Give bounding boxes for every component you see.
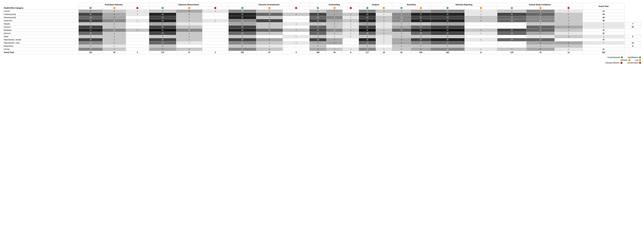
table-cell: 13: [526, 13, 554, 16]
table-cell: 3: [411, 44, 431, 48]
grand-total-label: Grand Total: [3, 51, 79, 54]
table-cell: 10: [103, 28, 126, 32]
table-cell: 10: [430, 48, 464, 51]
table-cell: 5: [554, 28, 582, 32]
table-cell: 14: [430, 41, 464, 44]
table-cell: 6: [79, 10, 103, 13]
main-container: Health Effect Category Participant Selec…: [3, 3, 641, 64]
table-cell: 3: [411, 35, 431, 38]
table-cell: [126, 26, 149, 28]
table-cell: 2: [176, 16, 202, 19]
table-cell: 6: [176, 10, 202, 13]
table-cell: 5: [498, 48, 526, 51]
table-cell: 21: [310, 13, 326, 16]
table-cell: [283, 16, 310, 19]
table-cell: 5: [392, 32, 411, 35]
table-cell: 20: [79, 19, 103, 22]
table-cell: 4: [392, 48, 411, 51]
grand-total-cell: 5: [625, 44, 641, 48]
table-cell: [582, 44, 624, 48]
table-cell: 44: [326, 51, 342, 54]
an-orange-icon: [376, 6, 392, 10]
grand-total-cell: 30: [582, 19, 624, 22]
table-cell: 3: [79, 35, 103, 38]
table-cell: 26: [430, 38, 464, 41]
table-cell: 62: [392, 51, 411, 54]
table-row: Hepatic5261621421613574217: [3, 22, 641, 26]
legend-row-2: Deficient Low: [620, 59, 641, 61]
table-cell: 26: [228, 13, 256, 16]
oc-green-icon: [498, 6, 526, 10]
table-cell: [283, 26, 310, 28]
oa-orange-icon: [256, 6, 283, 10]
table-cell: [126, 41, 149, 44]
table-cell: 2: [392, 44, 411, 48]
table-cell: 14: [498, 32, 526, 35]
se-green-icon: [392, 6, 411, 10]
table-cell: 1: [464, 10, 497, 13]
table-row: Cancer65156110257934811129112: [3, 10, 641, 13]
participant-selection-header: Participant Selection: [79, 3, 149, 6]
table-cell: 9: [359, 10, 376, 13]
table-cell: 2: [103, 48, 126, 51]
table-cell: 140: [310, 51, 326, 54]
table-cell: 4: [126, 51, 149, 54]
table-cell: [126, 16, 149, 19]
table-cell: 7: [430, 22, 464, 26]
table-cell: 1: [176, 22, 202, 26]
table-cell: 1: [464, 48, 497, 51]
row-label: Hepatic: [3, 22, 79, 26]
table-cell: 31: [149, 28, 176, 32]
table-cell: 2: [176, 19, 202, 22]
table-cell: 3: [464, 28, 497, 32]
em-green-icon: [149, 6, 176, 10]
table-cell: 1: [202, 10, 228, 13]
row-label: Endocrine: [3, 19, 79, 22]
legend-good-label: Good/Adequate: [607, 56, 620, 58]
table-cell: 12: [228, 19, 256, 22]
table-cell: 8: [411, 10, 431, 13]
table-cell: [202, 28, 228, 32]
oa-red-icon: [283, 6, 310, 10]
table-cell: 12: [554, 51, 582, 54]
table-cell: 2: [103, 41, 126, 44]
table-cell: 1: [554, 32, 582, 35]
co-red-icon: [342, 6, 359, 10]
legend-red-diamond: [639, 62, 641, 64]
em-red-icon: [202, 6, 228, 10]
table-cell: 8: [526, 41, 554, 44]
table-cell: [376, 44, 392, 48]
table-cell: 1: [103, 44, 126, 48]
table-cell: 9: [103, 19, 126, 22]
legend-uninformative: Uninformative: [627, 62, 641, 64]
table-cell: 2: [342, 19, 359, 22]
table-cell: 3: [149, 35, 176, 38]
table-cell: 8: [554, 26, 582, 28]
table-cell: 16: [376, 51, 392, 54]
ps-green-icon: [79, 6, 103, 10]
table-row: Respiratory4155145235525: [3, 44, 641, 48]
table-cell: 159: [411, 51, 431, 54]
table-cell: 16: [310, 16, 326, 19]
table-cell: [498, 22, 526, 26]
table-cell: 151: [79, 51, 103, 54]
table-cell: 8: [342, 51, 359, 54]
table-cell: [283, 19, 310, 22]
table-cell: [283, 44, 310, 48]
table-cell: 23: [149, 38, 176, 41]
grand-total-cell: 11: [582, 48, 624, 51]
grand-total-cell: 5: [625, 35, 641, 38]
legend-deficient: Deficient: [620, 59, 630, 61]
table-cell: [202, 32, 228, 35]
table-cell: 8: [411, 48, 431, 51]
table-cell: 34: [430, 28, 464, 32]
table-cell: 11: [430, 10, 464, 13]
category-header: Health Effect Category: [3, 3, 79, 10]
table-cell: 4: [256, 16, 283, 19]
table-cell: 3: [464, 16, 497, 19]
legend-row-1: Good/Adequate High/Medium: [607, 56, 641, 58]
table-cell: 9: [526, 16, 554, 19]
table-cell: 8: [310, 48, 326, 51]
table-cell: [342, 10, 359, 13]
table-cell: 4: [526, 22, 554, 26]
